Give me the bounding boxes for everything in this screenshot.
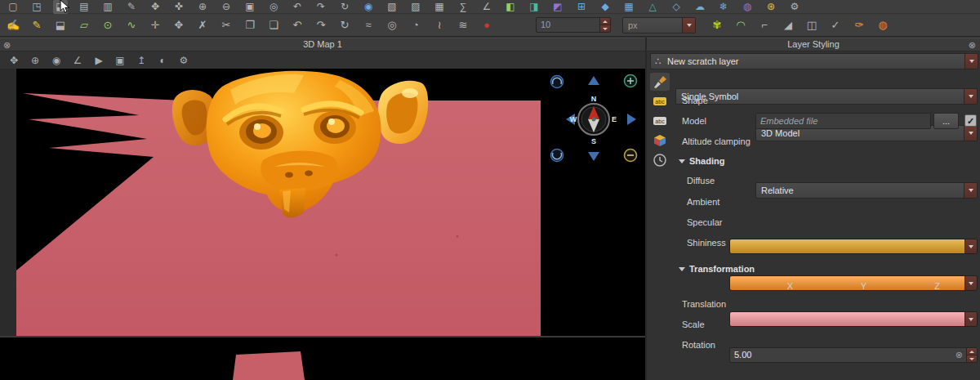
trim-extend-icon[interactable]: ⌐	[757, 15, 772, 36]
specular-color-button[interactable]	[729, 311, 978, 327]
tab-labels[interactable]: abc	[650, 92, 670, 110]
delete-selected-icon[interactable]: ✗	[195, 15, 210, 36]
zoom-in-icon[interactable]: ⊕	[195, 0, 210, 14]
identify-features-icon[interactable]: ◉	[361, 0, 376, 14]
tab-masks[interactable]: abc	[650, 112, 670, 130]
tab-symbology[interactable]	[650, 73, 670, 91]
layer-select[interactable]: ∴ New scratch layer	[650, 53, 978, 69]
move-right-button[interactable]	[627, 114, 636, 125]
close-icon[interactable]: ⊗	[969, 38, 976, 51]
copy-features-icon[interactable]: ❐	[243, 15, 257, 36]
paste-features-icon[interactable]: ❏	[266, 15, 281, 36]
current-edits-icon[interactable]: ✍	[6, 15, 20, 36]
add-wms-layer-icon[interactable]: ☁	[693, 0, 707, 14]
move-feature-icon[interactable]: ✥	[172, 15, 186, 36]
rotate-feature-icon[interactable]: ↻	[337, 15, 352, 36]
redo-icon[interactable]: ↷	[314, 15, 328, 36]
new-scratch-layer-icon[interactable]: ◩	[550, 0, 565, 14]
cut-features-icon[interactable]: ✂	[219, 15, 234, 36]
new-print-layout-icon[interactable]: ▤	[77, 0, 91, 14]
add-point-feature-icon[interactable]: ⊙	[100, 15, 115, 36]
clear-value-icon[interactable]: ⊗	[956, 348, 963, 362]
attribute-table-icon[interactable]: ▦	[432, 0, 447, 14]
model-browse-button[interactable]: ...	[933, 113, 959, 129]
zoom-last-icon[interactable]: ↶	[290, 0, 305, 14]
pan-map-icon[interactable]: ✥	[148, 0, 163, 14]
merge-features-icon[interactable]: ◫	[804, 15, 819, 36]
export-scene-icon[interactable]: ↥	[134, 52, 149, 69]
add-vector-layer-icon[interactable]: ◆	[598, 0, 612, 14]
compass[interactable]: N S W E	[570, 95, 617, 145]
close-icon[interactable]: ⊗	[3, 38, 11, 51]
zoom-to-selection-icon[interactable]: ◎	[266, 0, 281, 14]
map2d-canvas[interactable]	[0, 338, 645, 380]
measure-3d-icon[interactable]: ∠	[70, 52, 85, 69]
processing-toolbox-icon[interactable]: ⚙	[787, 0, 802, 14]
add-postgis-layer-icon[interactable]: ◇	[669, 0, 684, 14]
spin-buttons[interactable]	[599, 18, 610, 32]
select-features-icon[interactable]: ▧	[385, 0, 399, 14]
move-down-button[interactable]	[588, 152, 599, 161]
model-file-input[interactable]	[755, 113, 931, 129]
tab-history[interactable]	[650, 151, 670, 169]
check-geometries-icon[interactable]: ✓	[828, 15, 843, 36]
new-project-icon[interactable]: ▢	[6, 0, 20, 14]
annotation-icon[interactable]: ✑	[852, 15, 866, 36]
refresh-map-icon[interactable]: ↻	[337, 0, 352, 14]
add-web-layer-icon[interactable]: ◍	[740, 0, 755, 14]
toolbar-size-spinbox[interactable]: 10	[536, 17, 611, 33]
shape-digitizing-icon[interactable]: ◠	[733, 15, 748, 36]
shading-group-header[interactable]: Shading	[679, 156, 724, 166]
diffuse-color-button[interactable]	[729, 239, 978, 254]
measure-line-icon[interactable]: ∠	[479, 0, 494, 14]
transformation-group-header[interactable]: Transformation	[679, 264, 755, 274]
new-shapefile-layer-icon[interactable]: ◧	[503, 0, 518, 14]
freeze-canvas-icon[interactable]: ❄	[716, 0, 731, 14]
metasearch-icon[interactable]: ◍	[875, 15, 890, 36]
tracing-icon[interactable]: ●	[479, 15, 494, 36]
pan-to-selection-icon[interactable]: ✜	[172, 0, 186, 14]
renderer-select[interactable]: Single Symbol	[675, 88, 978, 105]
stream-digitizing-icon[interactable]: ✾	[710, 15, 724, 36]
zoom-next-icon[interactable]: ↷	[314, 0, 328, 14]
model-enabled-checkbox[interactable]: ✓	[964, 114, 977, 127]
identify-3d-icon[interactable]: ◉	[49, 52, 64, 69]
field-calculator-icon[interactable]: ∑	[456, 0, 470, 14]
python-console-icon[interactable]: ⊛	[764, 0, 778, 14]
add-raster-layer-icon[interactable]: ▦	[621, 0, 636, 14]
offset-curve-icon[interactable]: ≋	[456, 15, 470, 36]
add-mesh-layer-icon[interactable]: △	[645, 0, 660, 14]
add-part-icon[interactable]: ◔	[408, 15, 423, 36]
toggle-editing-icon[interactable]: ✎	[29, 15, 44, 36]
add-line-feature-icon[interactable]: ∿	[124, 15, 139, 36]
toolbar-unit-select[interactable]: px	[622, 17, 696, 34]
zoom-3d-icon[interactable]: ⊕	[28, 52, 42, 69]
effects-icon[interactable]: ◐	[155, 52, 170, 69]
map3d-viewport[interactable]: N S W E	[16, 69, 645, 336]
reshape-features-icon[interactable]: ≀	[432, 15, 447, 36]
style-manager-icon[interactable]: ✎	[124, 0, 139, 14]
layout-manager-icon[interactable]: ▥	[100, 0, 115, 14]
open-project-icon[interactable]: ◳	[29, 0, 44, 14]
vertex-tool-icon[interactable]: ✛	[148, 15, 163, 36]
shininess-spinbox[interactable]: 5.00 ⊗	[729, 347, 978, 363]
add-ring-icon[interactable]: ◎	[385, 15, 399, 36]
split-features-icon[interactable]: ◢	[781, 15, 795, 36]
zoom-out-icon[interactable]: ⊖	[219, 0, 234, 14]
zoom-full-icon[interactable]: ▣	[243, 0, 257, 14]
add-polygon-feature-icon[interactable]: ▱	[77, 15, 91, 36]
deselect-features-icon[interactable]: ▨	[408, 0, 423, 14]
save-image-icon[interactable]: ▣	[113, 52, 127, 69]
save-layer-edits-icon[interactable]: ⬓	[53, 15, 68, 36]
move-up-button[interactable]	[588, 76, 599, 85]
altitude-clamping-select[interactable]: Relative	[755, 182, 978, 199]
undo-icon[interactable]: ↶	[290, 15, 305, 36]
options-3d-icon[interactable]: ⚙	[176, 52, 191, 69]
data-source-manager-icon[interactable]: ⊞	[574, 0, 589, 14]
simplify-feature-icon[interactable]: ≈	[361, 15, 376, 36]
camera-control-icon[interactable]: ✥	[7, 52, 21, 69]
animation-play-icon[interactable]: ▶	[91, 52, 106, 69]
spin-buttons[interactable]	[966, 348, 977, 362]
new-geopackage-layer-icon[interactable]: ◨	[527, 0, 541, 14]
tab-3d-view[interactable]	[650, 132, 670, 150]
